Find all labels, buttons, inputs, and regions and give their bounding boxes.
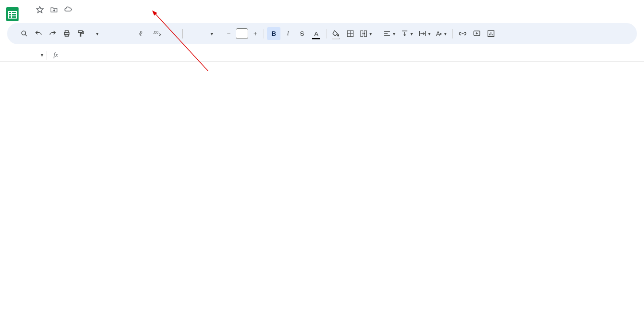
move-icon[interactable] [49, 4, 59, 15]
percent-button[interactable] [123, 27, 136, 40]
svg-rect-9 [65, 31, 69, 32]
rotate-text-button[interactable]: A▸▼ [434, 27, 449, 40]
number-format-button[interactable] [166, 27, 179, 40]
decrease-decimal-icon[interactable]: .0 [137, 27, 150, 40]
italic-button[interactable]: I [281, 27, 295, 40]
sheets-logo[interactable] [4, 5, 21, 23]
document-title[interactable] [26, 9, 31, 10]
insert-comment-icon[interactable] [470, 27, 483, 40]
h-align-button[interactable]: ▼ [381, 27, 398, 40]
merge-cells-button[interactable]: ▼ [358, 27, 375, 40]
redo-icon[interactable] [46, 27, 59, 40]
menu-bar [26, 16, 73, 19]
zoom-dropdown[interactable]: ▼ [88, 27, 102, 40]
increase-decimal-icon[interactable]: .00 [151, 27, 165, 40]
text-color-button[interactable]: A [310, 27, 323, 40]
v-align-button[interactable]: ▼ [399, 27, 416, 40]
font-dropdown[interactable]: ▼ [186, 27, 217, 40]
borders-button[interactable] [344, 27, 357, 40]
decrease-font-button[interactable]: − [223, 28, 234, 39]
wrap-text-button[interactable]: ▼ [417, 27, 433, 40]
star-icon[interactable] [34, 4, 45, 15]
fill-color-button[interactable] [330, 27, 343, 40]
undo-icon[interactable] [32, 27, 45, 40]
print-icon[interactable] [60, 27, 73, 40]
currency-button[interactable] [108, 27, 122, 40]
svg-point-6 [22, 31, 26, 35]
svg-rect-11 [78, 31, 82, 33]
font-size-input[interactable] [236, 28, 248, 39]
bold-button[interactable]: B [267, 27, 280, 40]
search-icon[interactable] [18, 27, 31, 40]
svg-text:.00: .00 [153, 30, 158, 34]
insert-chart-icon[interactable] [484, 27, 498, 40]
cloud-icon[interactable] [63, 4, 73, 15]
insert-link-icon[interactable] [456, 27, 469, 40]
strikethrough-button[interactable]: S [295, 27, 309, 40]
svg-line-7 [25, 34, 27, 36]
paint-format-icon[interactable] [74, 27, 88, 40]
svg-marker-5 [37, 7, 43, 13]
increase-font-button[interactable]: + [250, 28, 261, 39]
toolbar: ▼ .0 .00 ▼ − + B I S A ▼ ▼ ▼ ▼ A▸▼ [7, 23, 637, 44]
name-box[interactable]: ▼ [4, 52, 46, 58]
fx-icon: fx [54, 52, 58, 59]
